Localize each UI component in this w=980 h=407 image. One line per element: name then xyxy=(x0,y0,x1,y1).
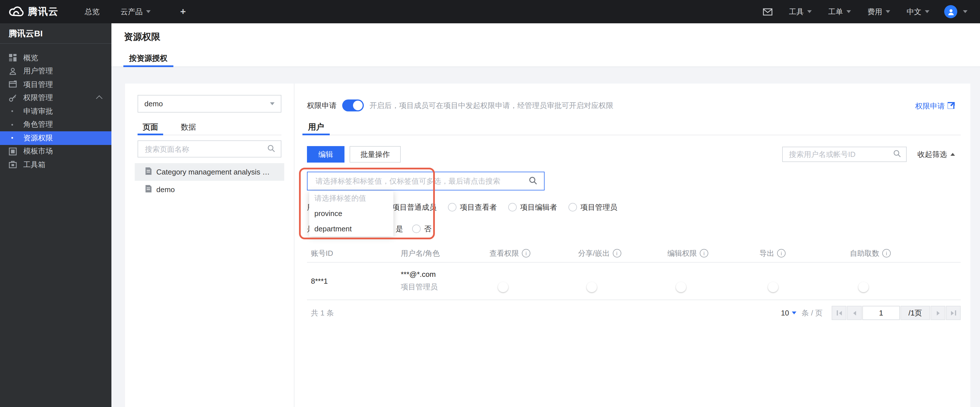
topbar: 腾讯云 总览 云产品 + 工具 工单 xyxy=(0,0,980,23)
radio-icon xyxy=(412,224,421,233)
sidebar-item-label: 用户管理 xyxy=(23,66,53,76)
table-row: 8***1 ***@*.com 项目管理员 xyxy=(307,262,961,300)
collapse-filter-toggle[interactable]: 收起筛选 xyxy=(918,149,955,159)
permission-request-toggle[interactable] xyxy=(342,100,364,111)
dropdown-option-department[interactable]: department xyxy=(309,221,393,236)
radio-project-admin[interactable]: 项目管理员 xyxy=(568,202,617,212)
sidebar-item-user-management[interactable]: 用户管理 xyxy=(0,65,111,78)
info-icon[interactable]: i xyxy=(777,249,786,258)
sidebar-item-label: 工具箱 xyxy=(23,160,46,170)
sidebar-item-label: 概览 xyxy=(23,53,38,63)
info-icon[interactable]: i xyxy=(612,249,621,258)
previous-page-button[interactable] xyxy=(847,306,862,320)
user-tab-bar: 用户 xyxy=(307,120,961,135)
account-chevron-down-icon[interactable] xyxy=(963,10,967,13)
tab-pages[interactable]: 页面 xyxy=(138,120,163,135)
sidebar: 腾讯云BI 概览 用户管理 xyxy=(0,23,111,407)
sidebar-item-role-management[interactable]: 角色管理 xyxy=(0,118,111,131)
sidebar-item-template-market[interactable]: 模板市场 xyxy=(0,145,111,158)
info-icon[interactable]: i xyxy=(882,249,891,258)
sidebar-item-project-management[interactable]: 项目管理 xyxy=(0,78,111,91)
topbar-products-menu[interactable]: 云产品 xyxy=(121,6,151,17)
user-search-input[interactable] xyxy=(788,149,893,159)
radio-project-editor[interactable]: 项目编辑者 xyxy=(508,202,557,212)
chevron-down-icon xyxy=(925,10,929,13)
permission-panel: 权限申请 开启后，项目成员可在项目中发起权限申请，经管理员审批可开启对应权限 权… xyxy=(294,84,970,407)
pagination: 10 条 / 页 xyxy=(781,306,961,320)
mail-icon[interactable] xyxy=(763,8,773,16)
list-item[interactable]: Category management analysis das... xyxy=(135,163,284,181)
tag-search-input[interactable] xyxy=(314,176,529,186)
sidebar-item-overview[interactable]: 概览 xyxy=(0,51,111,65)
column-edit-permission: 编辑权限 i xyxy=(663,248,756,258)
logo-text: 腾讯云 xyxy=(28,5,59,18)
info-icon[interactable]: i xyxy=(522,249,530,258)
topbar-tools-menu[interactable]: 工具 xyxy=(789,6,812,17)
page-size-select[interactable]: 10 xyxy=(781,308,796,317)
page-search-input[interactable] xyxy=(144,144,267,154)
tag-search-box xyxy=(307,172,544,191)
pagination-buttons: /1页 xyxy=(832,306,961,320)
tab-user[interactable]: 用户 xyxy=(307,120,325,135)
chevron-down-icon xyxy=(807,10,812,13)
sidebar-item-permission-management[interactable]: 权限管理 xyxy=(0,91,111,105)
tencent-cloud-logo[interactable]: 腾讯云 xyxy=(8,5,59,18)
topbar-add-tab-button[interactable]: + xyxy=(180,6,186,17)
column-account-id: 账号ID xyxy=(307,248,397,258)
permission-request-link[interactable]: 权限申请 xyxy=(915,101,955,111)
radio-no[interactable]: 否 xyxy=(412,224,431,234)
bullet-dot-icon xyxy=(11,137,13,139)
page-list: Category management analysis das... dem xyxy=(135,163,284,199)
sidebar-item-label: 申请审批 xyxy=(23,106,53,116)
tab-data[interactable]: 数据 xyxy=(176,120,201,135)
resource-panel: demo 页面 数据 xyxy=(125,84,294,407)
topbar-right: 工具 工单 费用 中文 xyxy=(763,5,967,18)
column-view-permission: 查看权限 i xyxy=(485,248,574,258)
topbar-left: 腾讯云 总览 云产品 + xyxy=(0,0,186,23)
sidebar-item-toolbox[interactable]: 工具箱 xyxy=(0,158,111,172)
edit-button[interactable]: 编辑 xyxy=(307,146,344,162)
total-count: 共 1 条 xyxy=(307,308,334,318)
project-select-value: demo xyxy=(145,100,163,108)
search-icon xyxy=(267,144,275,154)
last-page-button[interactable] xyxy=(946,306,961,320)
tag-value-dropdown: 请选择标签的值 province department xyxy=(309,191,393,237)
topbar-overview-link[interactable]: 总览 xyxy=(85,6,99,17)
info-icon[interactable]: i xyxy=(700,249,708,258)
topbar-billing-menu[interactable]: 费用 xyxy=(867,6,890,17)
bullet-dot-icon xyxy=(11,124,13,126)
radio-icon xyxy=(448,203,457,211)
column-share-embed: 分享/嵌出 i xyxy=(574,248,663,258)
key-icon xyxy=(8,94,17,103)
batch-operation-button[interactable]: 批量操作 xyxy=(350,146,401,162)
tab-authorize-by-resource[interactable]: 按资源授权 xyxy=(123,51,173,67)
topbar-tickets-menu[interactable]: 工单 xyxy=(828,6,851,17)
first-page-button[interactable] xyxy=(832,306,846,320)
content-area: demo 页面 数据 xyxy=(111,67,980,407)
user-permission-table: 账号ID 用户名/角色 查看权限 i 分享/嵌出 i xyxy=(307,245,961,300)
next-page-button[interactable] xyxy=(931,306,945,320)
page-title: 资源权限 xyxy=(124,31,160,43)
chevron-up-icon xyxy=(96,95,103,102)
total-pages-label: /1页 xyxy=(900,306,930,320)
page-number-input[interactable] xyxy=(863,308,899,318)
template-icon xyxy=(8,147,17,156)
per-page-label: 条 / 页 xyxy=(802,308,822,318)
document-icon xyxy=(145,185,152,194)
topbar-language-menu[interactable]: 中文 xyxy=(907,6,929,17)
page-tab-bar: 按资源授权 xyxy=(111,51,980,67)
table-footer: 共 1 条 10 条 / 页 xyxy=(307,306,961,320)
dropdown-option-province[interactable]: province xyxy=(309,206,393,221)
sidebar-item-resource-permission[interactable]: 资源权限 xyxy=(0,131,111,145)
avatar[interactable] xyxy=(944,5,957,18)
chevron-down-icon xyxy=(846,10,851,13)
sidebar-menu: 概览 用户管理 项目管理 xyxy=(0,44,111,172)
project-select[interactable]: demo xyxy=(138,95,282,113)
permission-request-description: 开启后，项目成员可在项目中发起权限申请，经管理员审批可开启对应权限 xyxy=(369,100,613,111)
sidebar-item-apply-approval[interactable]: 申请审批 xyxy=(0,105,111,118)
radio-project-viewer[interactable]: 项目查看者 xyxy=(448,202,497,212)
list-item[interactable]: demo xyxy=(135,181,284,199)
list-item-label: Category management analysis das... xyxy=(156,168,270,176)
role-radio-group: 项目普通成员 项目查看者 项目编辑者 xyxy=(380,202,629,212)
permission-request-label: 权限申请 xyxy=(307,100,337,111)
